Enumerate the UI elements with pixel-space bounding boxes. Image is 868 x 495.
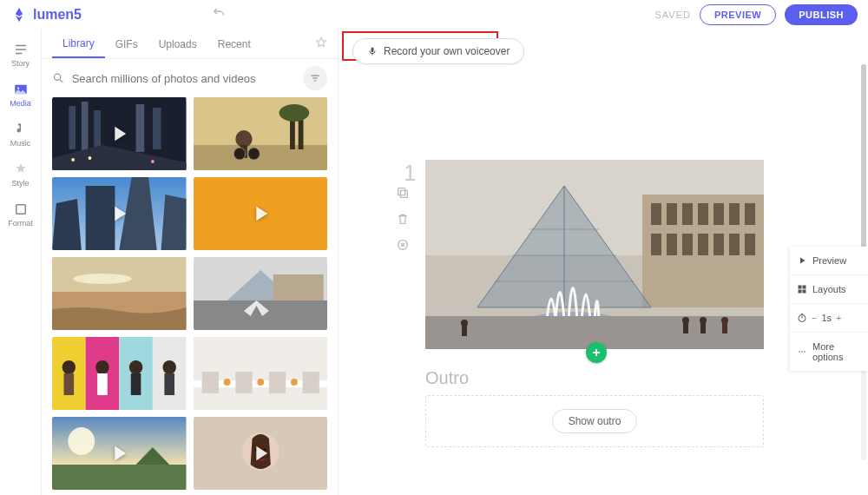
svg-point-55	[223, 379, 230, 386]
undo-button[interactable]	[212, 6, 226, 23]
tab-favorites[interactable]	[315, 36, 327, 51]
context-more-label: More options	[812, 341, 861, 362]
media-thumb[interactable]	[194, 337, 328, 410]
svg-rect-81	[698, 234, 708, 255]
context-preview-button[interactable]: Preview	[790, 247, 868, 275]
delete-scene-button[interactable]	[396, 212, 410, 229]
media-thumb[interactable]	[194, 417, 328, 490]
transition-icon	[396, 238, 410, 252]
outro-dropzone[interactable]: Show outro	[425, 395, 764, 447]
context-layouts-button[interactable]: Layouts	[790, 275, 868, 304]
outro-section: Outro Show outro	[425, 368, 764, 447]
svg-point-28	[247, 148, 260, 160]
tab-gifs[interactable]: GIFs	[105, 31, 148, 57]
media-thumb[interactable]	[194, 177, 328, 250]
play-icon	[107, 201, 131, 226]
canvas-area: Record your own voiceover 1	[339, 30, 868, 495]
svg-point-33	[73, 274, 132, 284]
svg-rect-51	[201, 372, 218, 393]
copy-scene-button[interactable]	[396, 186, 410, 203]
publish-button[interactable]: PUBLISH	[785, 4, 858, 25]
svg-rect-104	[803, 290, 806, 294]
media-thumb[interactable]	[194, 257, 328, 330]
svg-point-4	[16, 87, 18, 89]
left-nav: Story Media Music Style Format	[0, 30, 42, 495]
svg-rect-83	[729, 234, 740, 255]
scene-preview[interactable]	[425, 160, 764, 349]
show-outro-button[interactable]: Show outro	[552, 409, 638, 433]
search-input-wrapper[interactable]	[52, 71, 296, 85]
play-icon	[107, 441, 131, 465]
tab-library[interactable]: Library	[52, 30, 105, 58]
nav-music-label: Music	[10, 139, 31, 148]
svg-rect-36	[273, 274, 323, 300]
filter-button[interactable]	[303, 66, 327, 90]
svg-point-27	[233, 148, 246, 160]
outro-title: Outro	[425, 368, 764, 388]
svg-rect-79	[667, 234, 677, 255]
tab-uploads[interactable]: Uploads	[148, 31, 207, 57]
duration-minus[interactable]: −	[812, 313, 817, 323]
plus-icon	[590, 346, 602, 359]
svg-point-24	[279, 104, 309, 122]
svg-rect-76	[729, 203, 740, 225]
record-voiceover-button[interactable]: Record your own voiceover	[352, 38, 524, 64]
search-input[interactable]	[72, 72, 296, 85]
media-thumb[interactable]	[52, 337, 187, 410]
add-scene-button[interactable]	[586, 342, 607, 363]
brand-name: lumen5	[33, 7, 82, 23]
svg-rect-21	[194, 145, 328, 170]
media-icon	[13, 82, 29, 97]
nav-media[interactable]: Media	[0, 75, 41, 115]
nav-format[interactable]: Format	[0, 195, 41, 234]
svg-rect-72	[667, 203, 677, 225]
nav-story-label: Story	[11, 59, 30, 68]
svg-point-110	[804, 351, 806, 353]
more-icon	[797, 346, 807, 357]
svg-rect-65	[400, 190, 407, 197]
svg-rect-16	[153, 108, 161, 149]
format-icon	[13, 201, 29, 217]
duration-value: 1s	[821, 313, 832, 323]
svg-rect-98	[462, 326, 467, 336]
scene-context-panel: Preview Layouts − 1s + More options	[790, 247, 868, 371]
duration-plus[interactable]: +	[836, 313, 841, 323]
svg-rect-82	[713, 234, 724, 255]
mic-icon	[367, 46, 378, 56]
context-more-button[interactable]: More options	[790, 333, 868, 371]
media-thumb[interactable]	[52, 257, 187, 330]
svg-rect-15	[136, 104, 145, 152]
play-icon	[797, 255, 807, 266]
transition-button[interactable]	[396, 238, 410, 255]
tab-recent[interactable]: Recent	[207, 31, 261, 57]
preview-button[interactable]: PREVIEW	[700, 4, 776, 25]
media-thumb[interactable]	[52, 417, 187, 490]
media-thumb[interactable]	[194, 97, 328, 170]
logo[interactable]: lumen5	[10, 6, 82, 23]
context-preview-label: Preview	[812, 255, 846, 266]
svg-rect-52	[235, 372, 252, 393]
play-icon	[248, 441, 273, 465]
svg-rect-102	[803, 286, 806, 289]
svg-rect-96	[722, 323, 727, 333]
voiceover-label: Record your own voiceover	[384, 45, 510, 57]
svg-rect-46	[131, 373, 141, 395]
svg-rect-80	[682, 234, 693, 255]
svg-point-97	[461, 320, 468, 327]
svg-rect-74	[698, 203, 708, 225]
svg-point-45	[129, 360, 142, 374]
filter-icon	[309, 72, 321, 84]
nav-music[interactable]: Music	[0, 115, 41, 155]
nav-style[interactable]: Style	[0, 155, 41, 195]
play-icon	[248, 201, 273, 226]
media-thumb[interactable]	[52, 177, 187, 250]
context-duration: − 1s +	[790, 304, 868, 333]
media-thumb[interactable]	[52, 97, 187, 170]
svg-rect-103	[799, 290, 802, 294]
svg-rect-73	[682, 203, 693, 225]
svg-point-57	[291, 379, 298, 386]
svg-point-18	[89, 156, 92, 160]
svg-rect-14	[94, 110, 101, 149]
svg-rect-60	[52, 465, 187, 490]
nav-story[interactable]: Story	[0, 35, 41, 75]
